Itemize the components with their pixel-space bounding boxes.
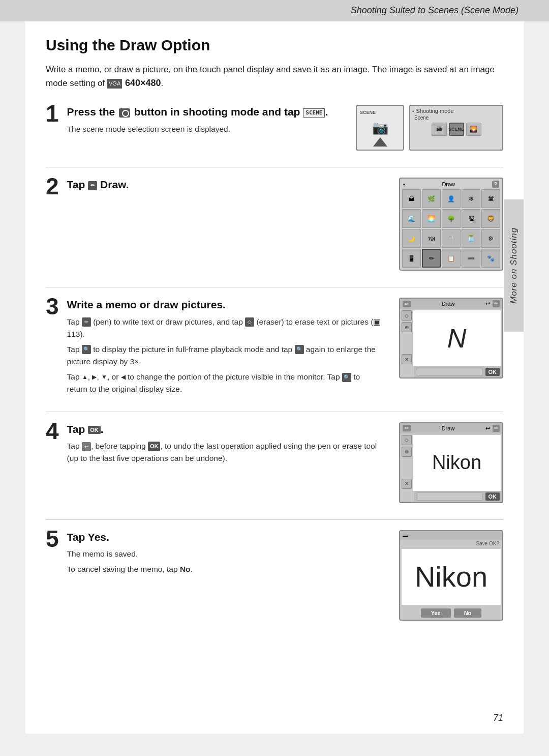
down-arrow-step3: ▼ [101,372,107,382]
resolution-text: 640×480 [125,78,161,88]
save-mockup-body: Nikon [402,549,501,605]
step-1: 1 Press the button in shooting mode and … [46,105,503,151]
yes-label-heading: Yes [88,531,106,543]
step-5-content: Tap Yes. The memo is saved. To cancel sa… [67,530,381,575]
divider-4 [46,519,503,520]
eraser-icon-inline: ◇ [245,317,254,327]
undo-icon-4: ↩ [485,425,491,432]
divider-2 [46,287,503,287]
step-5-heading: Tap Yes. [67,530,381,544]
step-4-number: 4 [46,419,59,443]
grid-cell-14: 🫙 [462,229,480,248]
save-mockup-header: ▬ [400,531,502,540]
draw-label: Draw [100,179,126,190]
camera-button-mockup: SCENE 📷 [356,105,404,151]
eraser-tool-4: ◇ [402,435,412,445]
grid-cell-13: 🍴 [442,229,461,248]
vga-badge: VGA [107,79,122,89]
draw-canvas-mockup-3: ✏ Draw ↩ ✏ ◇ ⊕ ✕ [399,298,503,379]
right-arrow-step3: ▶ [92,372,97,382]
sm-icon-scene-selected: SCENE [449,123,464,136]
step-4-body: Tap ↩, before tapping OK, to undo the la… [67,440,381,464]
zoom-out-icon-inline: 🔍 [342,373,351,382]
step3-mockup-wrapper: ✏ Draw ↩ ✏ ◇ ⊕ ✕ [399,298,503,379]
grid-cell-9: 🏗 [462,209,480,228]
undo-icon-3: ↩ [485,300,491,307]
step5-body-2: To cancel saving the memo, tap No. [67,563,381,575]
page-header: Shooting Suited to Scenes (Scene Mode) [0,0,549,21]
scroll-bar-4 [417,492,482,501]
save-yes-button[interactable]: Yes [421,608,451,618]
sidebar-label: More on Shooting [509,227,519,304]
scene-label-mockup: SCENE [360,110,376,115]
undo-icon-step4: ↩ [82,442,91,451]
step-3-heading: Write a memo or draw pictures. [67,298,381,311]
grid-cell-3: 👤 [442,189,461,208]
draw-canvas-footer-4: OK [414,491,502,502]
draw-scene-grid: 🏔 🌿 👤 ❄ 🏛 🌊 🌅 🌳 🏗 🦁 🌙 🍽 🍴 🫙 [402,189,500,268]
no-label-step5: No [180,565,191,573]
step4-mockup-wrapper: ✏ Draw ↩ ✏ ◇ ⊕ ✕ [399,422,503,503]
draw-canvas-footer-3: OK [414,366,502,377]
divider-3 [46,412,503,412]
scene-badge: SCENE [303,108,325,118]
step-4-mockup-area: ✏ Draw ↩ ✏ ◇ ⊕ ✕ [391,422,503,503]
up-arrow-step3: ▲ [82,372,88,382]
step5-body-1: The memo is saved. [67,548,381,560]
canvas-header-icon-pen-4: ✏ [403,425,411,431]
draw-icon-inline: ✏ [88,181,97,190]
zoom-tool-4: ⊕ [402,447,412,457]
intro-text: Write a memo, or draw a picture, on the … [46,63,503,91]
draw-canvas-header-3: ✏ Draw ↩ ✏ [400,299,502,309]
step-3-number: 3 [46,295,59,318]
step-2: 2 Tap ✏ Draw. ▪ Draw ? 🏔 🌿 👤 [46,178,503,271]
zoom-icon-inline: 🔍 [82,345,91,354]
step-3-body: Tap ✏ (pen) to write text or draw pictur… [67,316,381,395]
grid-cell-8: 🌳 [442,209,461,228]
grid-cell-1: 🏔 [402,189,421,208]
ok-button-3: OK [485,368,500,376]
pen-tool-icon-3: ✏ [493,300,500,307]
eraser-tool-3: ◇ [402,310,412,321]
pen-icon-inline: ✏ [82,317,91,327]
up-arrow-icon [373,137,387,147]
sm-icons-row: 🏔 SCENE 🌄 [412,123,500,136]
grid-cell-10: 🦁 [481,209,500,228]
zoom2-icon-inline: 🔍 [295,345,304,354]
grid-cell-6: 🌊 [402,209,421,228]
draw-scene-header: ▪ Draw ? [402,181,500,188]
grid-cell-20: 🐾 [481,249,500,268]
help-icon: ? [492,181,499,188]
battery-icon-save: ▬ [403,533,408,538]
step-5: 5 Tap Yes. The memo is saved. To cancel … [46,530,503,621]
save-no-button[interactable]: No [454,608,482,618]
step-3-content: Write a memo or draw pictures. Tap ✏ (pe… [67,298,381,395]
canvas-header-icons-3: ↩ ✏ [485,300,500,307]
step-1-mockup-area: SCENE 📷 ▪ Shooting mode Scene 🏔 SCENE 🌄 [391,105,503,151]
pen-tool-icon-4: ✏ [493,425,500,432]
grid-cell-19: ➖ [462,249,480,268]
step-5-number: 5 [46,527,59,550]
grid-cell-5: 🏛 [481,189,500,208]
step-2-heading: Tap ✏ Draw. [67,178,381,191]
canvas-title-4: Draw [411,425,485,431]
canvas-title-3: Draw [411,301,485,307]
draw-canvas-body-4: Nikon [413,435,501,491]
grid-cell-16: 📱 [402,249,421,268]
step-3: 3 Write a memo or draw pictures. Tap ✏ (… [46,298,503,395]
sm-header: ▪ Shooting mode [412,108,500,114]
step-1-content: Press the button in shooting mode and ta… [67,105,381,135]
draw-screen-title: Draw [405,181,492,187]
sm-scene-label: Scene [414,115,500,121]
ok-badge-inline-4: OK [148,442,161,451]
header-title: Shooting Suited to Scenes (Scene Mode) [351,5,518,15]
draw-scene-mockup: ▪ Draw ? 🏔 🌿 👤 ❄ 🏛 🌊 🌅 🌳 🏗 🦁 [399,178,503,271]
grid-cell-12: 🍽 [422,229,441,248]
canvas-left-icons-4: ◇ ⊕ ✕ [400,433,412,491]
canvas-left-icons-3: ◇ ⊕ ✕ [400,309,412,366]
sidebar-tab: More on Shooting [504,199,524,332]
step-4-content: Tap OK. Tap ↩, before tapping OK, to und… [67,422,381,464]
divider-1 [46,167,503,167]
zoom-tool-3: ⊕ [402,322,412,332]
canvas-body-row-4: ◇ ⊕ ✕ Nikon [400,433,502,491]
